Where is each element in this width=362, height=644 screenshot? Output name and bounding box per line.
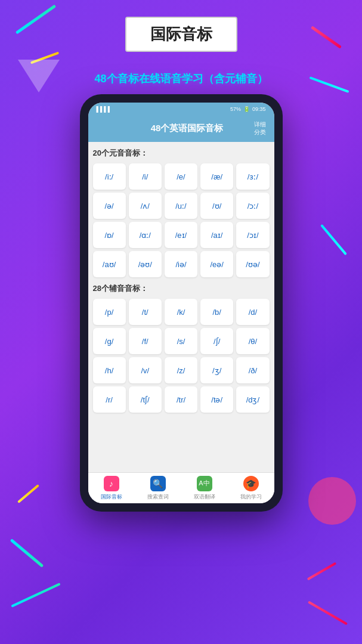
phoneme-cell[interactable]: /z/ [165, 357, 197, 383]
phoneme-cell[interactable]: /r/ [93, 386, 126, 413]
phoneme-cell[interactable]: /ɔɪ/ [236, 222, 269, 248]
phoneme-cell[interactable]: /d/ [236, 299, 269, 325]
deco-line-7 [17, 484, 39, 503]
music-icon: ♪ [104, 476, 119, 491]
battery-icon: 🔋 [243, 106, 250, 112]
nav-label-phonetics: 国际音标 [101, 493, 122, 501]
consonants-section-label: 28个辅音音标： [93, 283, 270, 294]
signal-icon: ▌▌▌▌ [97, 106, 112, 112]
phoneme-cell[interactable]: /s/ [165, 328, 197, 354]
app-header: 48个英语国际音标 详细分类 [88, 116, 274, 142]
consonants-grid: /p//t//k//b//d//g//f//s//ʃ//θ//h//v//z//… [93, 299, 270, 413]
phoneme-cell[interactable]: /b/ [200, 299, 233, 325]
phoneme-cell[interactable]: /v/ [129, 357, 162, 383]
phoneme-cell[interactable]: /ð/ [236, 357, 269, 383]
phoneme-cell[interactable]: /t/ [129, 299, 162, 325]
phone-mockup: ▌▌▌▌ 57% 🔋 09:35 48个英语国际音标 详细分类 20个元音音标：… [80, 94, 283, 512]
time-text: 09:35 [252, 106, 266, 112]
app-subtitle: 48个音标在线语音学习（含元辅音） [0, 72, 362, 86]
app-title: 国际音标 [125, 17, 237, 52]
phoneme-cell[interactable]: /θ/ [236, 328, 269, 354]
phoneme-cell[interactable]: /f/ [129, 328, 162, 354]
phoneme-cell[interactable]: /k/ [165, 299, 197, 325]
header-title: 48个英语国际音标 [120, 123, 254, 134]
phoneme-cell[interactable]: /iː/ [93, 163, 126, 190]
phoneme-cell[interactable]: /h/ [93, 357, 126, 383]
deco-line-9 [11, 583, 60, 608]
deco-line-6 [307, 562, 337, 581]
phoneme-cell[interactable]: /ʊə/ [236, 251, 269, 277]
phoneme-cell[interactable]: /ɜː/ [236, 163, 269, 190]
phoneme-cell[interactable]: /æ/ [200, 163, 233, 190]
nav-label-translate: 双语翻译 [194, 493, 215, 501]
vowels-section-label: 20个元音音标： [93, 148, 270, 159]
phoneme-cell[interactable]: /dʒ/ [236, 386, 269, 413]
phoneme-cell[interactable]: /tr/ [165, 386, 197, 413]
header-detail[interactable]: 详细分类 [254, 120, 266, 136]
phoneme-cell[interactable]: /ʒ/ [200, 357, 233, 383]
phoneme-cell[interactable]: /aɪ/ [200, 222, 233, 248]
bottom-nav: ♪ 国际音标 🔍 搜索查词 A中 双语翻译 🎓 我的学习 [88, 472, 274, 503]
phoneme-cell[interactable]: /ɑː/ [129, 222, 162, 248]
status-right: 57% 🔋 09:35 [230, 106, 266, 112]
phoneme-cell[interactable]: /tʃ/ [129, 386, 162, 413]
phoneme-cell[interactable]: /ə/ [93, 193, 126, 219]
nav-item-translate[interactable]: A中 双语翻译 [181, 473, 228, 503]
deco-line-2 [311, 26, 342, 49]
translate-icon: A中 [197, 476, 212, 491]
phoneme-cell[interactable]: /aʊ/ [93, 251, 126, 277]
phoneme-cell[interactable]: /uː/ [165, 193, 197, 219]
content-area[interactable]: 20个元音音标： /iː//i//e//æ//ɜː//ə//ʌ//uː//ʊ//… [88, 142, 274, 472]
nav-label-learning: 我的学习 [240, 493, 262, 501]
deco-line-8 [320, 224, 347, 255]
nav-item-learning[interactable]: 🎓 我的学习 [228, 473, 274, 503]
nav-item-search[interactable]: 🔍 搜索查词 [135, 473, 181, 503]
phoneme-cell[interactable]: /ɔː/ [236, 193, 269, 219]
deco-line-5 [10, 538, 44, 568]
status-bar: ▌▌▌▌ 57% 🔋 09:35 [88, 103, 274, 116]
nav-item-phonetics[interactable]: ♪ 国际音标 [88, 473, 135, 503]
status-left: ▌▌▌▌ [97, 106, 112, 112]
phoneme-cell[interactable]: /eɪ/ [165, 222, 197, 248]
nav-label-search: 搜索查词 [147, 493, 169, 501]
deco-line-1 [16, 5, 56, 35]
deco-line-10 [308, 601, 348, 626]
phoneme-cell[interactable]: /ɒ/ [93, 222, 126, 248]
phoneme-cell[interactable]: /ʊ/ [200, 193, 233, 219]
battery-text: 57% [230, 106, 241, 112]
deco-circle-1 [308, 477, 356, 525]
search-icon: 🔍 [150, 476, 166, 491]
phoneme-cell[interactable]: /i/ [129, 163, 162, 190]
phoneme-cell[interactable]: /p/ [93, 299, 126, 325]
phoneme-cell[interactable]: /ʃ/ [200, 328, 233, 354]
phoneme-cell[interactable]: /eə/ [200, 251, 233, 277]
phoneme-cell[interactable]: /tə/ [200, 386, 233, 413]
phoneme-cell[interactable]: /e/ [165, 163, 197, 190]
phoneme-cell[interactable]: /ʌ/ [129, 193, 162, 219]
phoneme-cell[interactable]: /əʊ/ [129, 251, 162, 277]
phoneme-cell[interactable]: /iə/ [165, 251, 197, 277]
learn-icon: 🎓 [243, 476, 259, 491]
vowels-grid: /iː//i//e//æ//ɜː//ə//ʌ//uː//ʊ//ɔː//ɒ//ɑː… [93, 163, 270, 277]
phoneme-cell[interactable]: /g/ [93, 328, 126, 354]
